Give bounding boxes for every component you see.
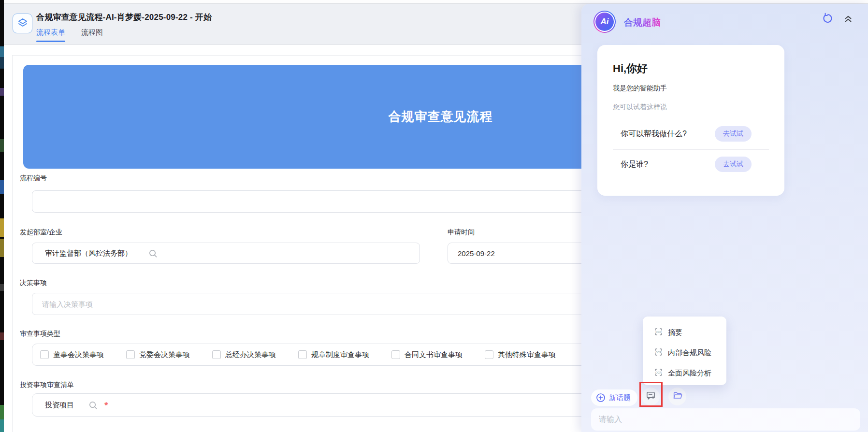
svg-text:OCR: OCR bbox=[655, 330, 661, 333]
refresh-button[interactable] bbox=[821, 13, 835, 26]
ai-greeting-card: Hi,你好 我是您的智能助手 您可以试着这样说 你可以帮我做什么? 去试试 你是… bbox=[597, 45, 784, 196]
review-type-label: 审查事项类型 bbox=[20, 330, 60, 338]
collapse-panel-button[interactable] bbox=[841, 13, 855, 26]
search-icon bbox=[88, 401, 98, 410]
page-title: 合规审查意见流程-AI-肖梦媛-2025-09-22 - 开始 bbox=[36, 12, 212, 23]
tab-process-form[interactable]: 流程表单 bbox=[36, 28, 65, 42]
ocr-scan-icon: OCR bbox=[654, 348, 668, 358]
menu-item-internal-compliance-risk[interactable]: OCR 内部合规风险 bbox=[654, 343, 726, 363]
checkbox-box[interactable] bbox=[298, 350, 307, 359]
app-window: 合规审查意见流程-AI-肖梦媛-2025-09-22 - 开始 流程表单 流程图… bbox=[0, 0, 868, 432]
ai-panel-title: 合规超脑 bbox=[624, 16, 661, 29]
header-tabs: 流程表单 流程图 bbox=[36, 28, 103, 42]
new-topic-button[interactable]: 新话题 bbox=[591, 389, 637, 406]
suggestion-row: 你可以帮我做什么? 去试试 bbox=[613, 126, 769, 142]
chat-input-bar[interactable] bbox=[591, 408, 860, 431]
greeting-subtitle: 我是您的智能助手 bbox=[613, 84, 769, 93]
decision-label: 决策事项 bbox=[20, 279, 47, 288]
quick-action-menu: OCR 摘要 OCR 内部合规风险 bbox=[643, 317, 726, 385]
checkbox-other-special-review[interactable]: 其他特殊审查事项 bbox=[485, 350, 556, 360]
checkbox-box[interactable] bbox=[126, 350, 135, 359]
try-it-button[interactable]: 去试试 bbox=[715, 126, 752, 142]
department-label: 发起部室/企业 bbox=[20, 228, 62, 237]
suggestion-row: 你是谁? 去试试 bbox=[613, 157, 769, 172]
ai-avatar-label: Ai bbox=[595, 13, 614, 31]
menu-item-full-risk-analysis[interactable]: OCR 全面风险分析 bbox=[654, 363, 726, 383]
plus-circle-icon bbox=[596, 393, 606, 403]
tab-process-diagram[interactable]: 流程图 bbox=[81, 28, 103, 42]
checkbox-contract-review[interactable]: 合同文书审查事项 bbox=[391, 350, 463, 360]
apply-date-label: 申请时间 bbox=[448, 228, 475, 237]
open-folder-button[interactable] bbox=[668, 388, 686, 405]
menu-item-summary[interactable]: OCR 摘要 bbox=[654, 322, 726, 343]
checkbox-party-committee-decision[interactable]: 党委会决策事项 bbox=[126, 350, 190, 360]
checkbox-box[interactable] bbox=[212, 350, 221, 359]
suggestion-question[interactable]: 你可以帮我做什么? bbox=[621, 129, 687, 139]
browser-edge-strip bbox=[4, 0, 868, 4]
svg-text:OCR: OCR bbox=[655, 371, 661, 374]
svg-text:OCR: OCR bbox=[655, 350, 661, 353]
highlight-annotation-box bbox=[639, 382, 663, 407]
double-chevron-up-icon bbox=[843, 13, 854, 26]
folder-icon bbox=[672, 390, 683, 403]
refresh-icon bbox=[822, 13, 834, 26]
required-mark: * bbox=[104, 401, 108, 410]
checkbox-box[interactable] bbox=[40, 350, 49, 359]
checkbox-box[interactable] bbox=[391, 350, 400, 359]
divider bbox=[613, 149, 769, 150]
department-value: 审计监督部（风控法务部） bbox=[32, 249, 132, 258]
new-topic-label: 新话题 bbox=[609, 393, 631, 403]
checkbox-gm-office-decision[interactable]: 总经办决策事项 bbox=[212, 350, 276, 360]
ai-assistant-panel: Ai 合规超脑 Hi,你好 我是您的智能助手 您可以试着这样说 bbox=[581, 4, 868, 432]
chat-input[interactable] bbox=[591, 408, 860, 431]
form-banner-title: 合规审查意见流程 bbox=[389, 108, 493, 125]
screen-artifact-strip bbox=[0, 0, 4, 432]
checkbox-box[interactable] bbox=[485, 350, 493, 359]
ocr-scan-icon: OCR bbox=[654, 368, 668, 378]
department-field[interactable]: 审计监督部（风控法务部） bbox=[32, 243, 420, 264]
greeting-hint: 您可以试着这样说 bbox=[613, 103, 769, 112]
ai-avatar[interactable]: Ai bbox=[593, 11, 616, 33]
process-no-label: 流程编号 bbox=[20, 174, 47, 183]
invest-list-label: 投资事项审查清单 bbox=[20, 381, 74, 389]
checkbox-rules-review[interactable]: 规章制度审查事项 bbox=[298, 350, 369, 360]
layers-icon bbox=[17, 17, 29, 30]
checkbox-board-decision[interactable]: 董事会决策事项 bbox=[40, 350, 104, 360]
suggestion-question[interactable]: 你是谁? bbox=[621, 159, 648, 170]
invest-project-value: 投资项目 bbox=[32, 401, 74, 410]
search-icon bbox=[148, 249, 158, 258]
process-app-button[interactable] bbox=[13, 14, 32, 33]
try-it-button[interactable]: 去试试 bbox=[715, 157, 752, 172]
ocr-scan-icon: OCR bbox=[654, 328, 668, 338]
greeting-title: Hi,你好 bbox=[613, 61, 769, 76]
